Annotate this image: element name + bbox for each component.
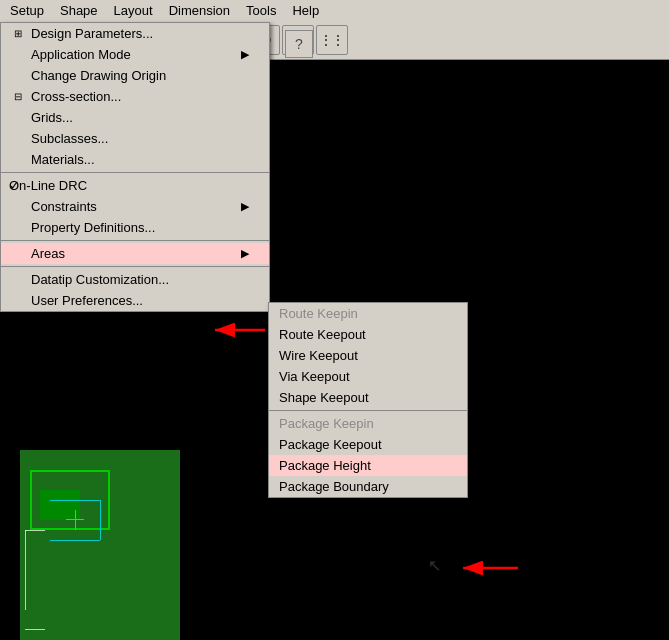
menu-materials[interactable]: Materials... (1, 149, 269, 170)
pcb-line-3 (50, 540, 100, 541)
submenu-route-keepin: Route Keepin (269, 303, 467, 324)
menu-item-tools[interactable]: Tools (238, 1, 284, 20)
menu-item-dimension[interactable]: Dimension (161, 1, 238, 20)
cursor-indicator: ↖ (428, 556, 441, 575)
pcb-line-1 (50, 500, 100, 501)
areas-arrow-icon: ▶ (241, 247, 249, 260)
submenu-route-keepout[interactable]: Route Keepout (269, 324, 467, 345)
grid-icon: ⋮⋮ (320, 33, 344, 47)
pcb-area (20, 450, 180, 640)
menu-item-layout[interactable]: Layout (106, 1, 161, 20)
menu-property-definitions[interactable]: Property Definitions... (1, 217, 269, 238)
pcb-line-2 (100, 500, 101, 540)
submenu-wire-keepout[interactable]: Wire Keepout (269, 345, 467, 366)
menu-online-drc[interactable]: ✓ On-Line DRC (1, 175, 269, 196)
submenu-package-keepout[interactable]: Package Keepout (269, 434, 467, 455)
submenu-package-height[interactable]: Package Height (269, 455, 467, 476)
menu-datatip-customization[interactable]: Datatip Customization... (1, 269, 269, 290)
setup-dropdown-menu: ⊞ Design Parameters... Application Mode … (0, 22, 270, 312)
design-params-icon: ⊞ (9, 25, 27, 43)
menu-constraints[interactable]: Constraints ▶ (1, 196, 269, 217)
menu-item-shape[interactable]: Shape (52, 1, 106, 20)
submenu-via-keepout[interactable]: Via Keepout (269, 366, 467, 387)
toolbar-btn-grid[interactable]: ⋮⋮ (316, 25, 348, 55)
submenu-shape-keepout[interactable]: Shape Keepout (269, 387, 467, 408)
crosshair-v (75, 510, 76, 530)
pcb-line-left (25, 530, 26, 610)
menu-cross-section[interactable]: ⊟ Cross-section... (1, 86, 269, 107)
menu-areas[interactable]: Areas ▶ (1, 243, 269, 264)
submenu-package-boundary[interactable]: Package Boundary (269, 476, 467, 497)
menu-item-help[interactable]: Help (284, 1, 327, 20)
constraints-arrow-icon: ▶ (241, 200, 249, 213)
separator-1 (1, 172, 269, 173)
pcb-line-bottom (25, 629, 45, 630)
menu-application-mode[interactable]: Application Mode ▶ (1, 44, 269, 65)
submenu-package-keepin: Package Keepin (269, 413, 467, 434)
menu-design-parameters[interactable]: ⊞ Design Parameters... (1, 23, 269, 44)
arrow-to-areas (210, 320, 270, 343)
submenu-separator-1 (269, 410, 467, 411)
cross-section-icon: ⊟ (9, 88, 27, 106)
arrow-right-icon: ▶ (241, 48, 249, 61)
arrow-to-package-height (458, 558, 523, 581)
separator-3 (1, 266, 269, 267)
menu-user-preferences[interactable]: User Preferences... (1, 290, 269, 311)
menu-item-setup[interactable]: Setup (2, 1, 52, 20)
areas-submenu: Route Keepin Route Keepout Wire Keepout … (268, 302, 468, 498)
check-mark-icon: ✓ (9, 178, 20, 193)
crosshair-h (66, 519, 84, 520)
menu-subclasses[interactable]: Subclasses... (1, 128, 269, 149)
help-icon: ? (295, 36, 303, 52)
menu-grids[interactable]: Grids... (1, 107, 269, 128)
pcb-component (40, 490, 80, 520)
toolbar-btn-help[interactable]: ? (285, 30, 313, 58)
separator-2 (1, 240, 269, 241)
menu-change-drawing-origin[interactable]: Change Drawing Origin (1, 65, 269, 86)
menu-bar: Setup Shape Layout Dimension Tools Help (0, 0, 669, 22)
pcb-line-top (25, 530, 45, 531)
